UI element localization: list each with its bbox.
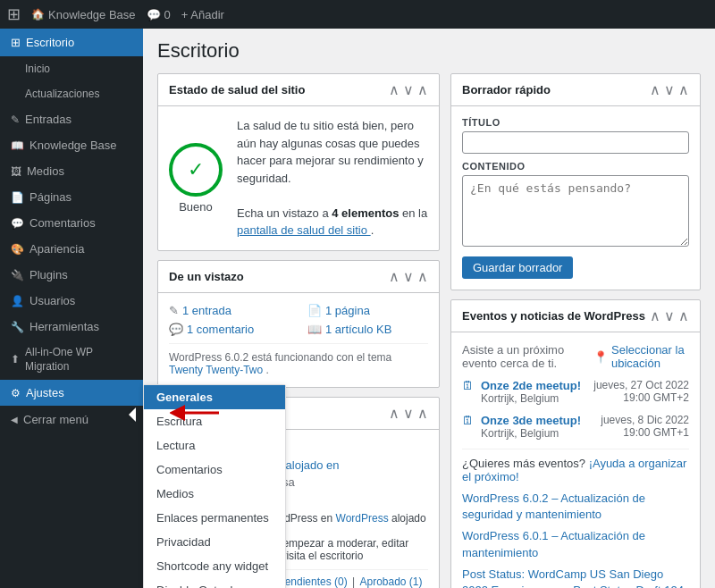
entries-link[interactable]: 1 entrada xyxy=(182,304,231,317)
news-item-1: WordPress 6.0.2 – Actualización de segur… xyxy=(462,491,689,523)
quick-draft-widget: Borrador rápido ∧ ∨ ∧ Título Contenido xyxy=(450,73,701,290)
glance-close-icon[interactable]: ∧ xyxy=(417,268,428,285)
sidebar-item-herramientas[interactable]: 🔧 Herramientas xyxy=(0,314,143,340)
draft-close-icon[interactable]: ∧ xyxy=(678,81,689,98)
news-item-2: WordPress 6.0.1 – Actualización de mante… xyxy=(462,528,689,560)
activity-expand-icon[interactable]: ∨ xyxy=(403,405,414,422)
draft-expand-icon[interactable]: ∨ xyxy=(664,81,675,98)
comment-icon: 💬 xyxy=(169,323,183,336)
event1-name-link[interactable]: Onze 2de meetup! xyxy=(481,379,581,392)
news-link-2[interactable]: WordPress 6.0.1 – Actualización de mante… xyxy=(462,528,689,560)
sidebar-item-ajustes[interactable]: ⚙ Ajustes xyxy=(0,380,143,406)
collapse-icon[interactable]: ∧ xyxy=(389,81,400,98)
add-new-bar[interactable]: + Añadir xyxy=(181,8,224,21)
event-item-2: 🗓 Onze 3de meetup! Kortrijk, Belgium jue… xyxy=(462,414,689,440)
filter-aprobado[interactable]: Aprobado (1) xyxy=(359,575,422,588)
kb-glance-icon: 📖 xyxy=(307,323,322,336)
sidebar-item-inicio[interactable]: Inicio xyxy=(0,56,143,81)
migration-icon: ⬆ xyxy=(11,353,20,367)
select-location-link[interactable]: Seleccionar la ubicación xyxy=(611,343,689,370)
escritorio-icon: ⊞ xyxy=(11,36,21,49)
apariencia-icon: 🎨 xyxy=(11,243,24,256)
bubble-icon: 💬 xyxy=(147,8,161,21)
sidebar-item-usuarios[interactable]: 👤 Usuarios xyxy=(0,288,143,314)
activity-collapse-icon[interactable]: ∧ xyxy=(389,405,400,422)
theme-link[interactable]: Twenty Twenty-Two xyxy=(169,364,263,376)
event2-date: jueves, 8 Dic 2022 19:00 GMT+1 xyxy=(601,414,689,439)
glance-comments: 💬 1 comentario xyxy=(169,323,290,336)
comments-bar-item[interactable]: 💬 0 xyxy=(147,8,171,21)
site-health-title: Estado de salud del sitio xyxy=(169,83,305,97)
close-menu-icon: ◀ xyxy=(11,415,18,424)
paginas-icon: 📄 xyxy=(11,191,24,204)
sidebar-item-escritorio[interactable]: ⊞ Escritorio xyxy=(0,29,143,56)
activity-close-icon[interactable]: ∧ xyxy=(417,405,428,422)
admin-sidebar: ⊞ Escritorio Inicio Actualizaciones ✎ En… xyxy=(0,29,143,588)
sidebar-item-apariencia[interactable]: 🎨 Apariencia xyxy=(0,236,143,262)
medios-icon: 🖼 xyxy=(11,165,21,178)
event1-date: jueves, 27 Oct 2022 19:00 GMT+2 xyxy=(593,379,689,404)
sidebar-item-comentarios[interactable]: 💬 Comentarios xyxy=(0,210,143,236)
comment-author-link[interactable]: WordPress xyxy=(336,512,389,525)
glance-pages: 📄 1 página xyxy=(307,304,428,317)
site-name-link[interactable]: 🏠 Knowledge Base xyxy=(31,8,136,21)
entry-icon: ✎ xyxy=(169,304,179,317)
news-item-3: Post Status: WordCamp US San Diego 2022 … xyxy=(462,567,689,588)
sidebar-item-entradas[interactable]: ✎ Entradas xyxy=(0,106,143,132)
sidebar-item-actualizaciones[interactable]: Actualizaciones xyxy=(0,81,143,106)
filter-pendientes[interactable]: Pendientes (0) xyxy=(278,575,348,588)
submenu-arrow xyxy=(129,407,136,422)
draft-title-input[interactable] xyxy=(462,131,689,154)
page-title: Escritorio xyxy=(157,39,701,63)
event-item-1: 🗓 Onze 2de meetup! Kortrijk, Belgium jue… xyxy=(462,379,689,405)
kb-link[interactable]: 1 artículo KB xyxy=(325,323,391,336)
glance-expand-icon[interactable]: ∨ xyxy=(403,268,414,285)
sidebar-item-medios[interactable]: 🖼 Medios xyxy=(0,158,143,184)
pages-link[interactable]: 1 página xyxy=(325,304,370,317)
news-link-3[interactable]: Post Status: WordCamp US San Diego 2022 … xyxy=(462,567,689,588)
kb-icon: 📖 xyxy=(11,139,24,152)
site-health-widget: Estado de salud del sitio ∧ ∨ ∧ ✓ Bueno xyxy=(157,73,440,251)
event2-location: Kortrijk, Belgium xyxy=(481,427,593,440)
health-label: Bueno xyxy=(169,200,223,214)
comments-link[interactable]: 1 comentario xyxy=(187,323,254,336)
glance-widget: De un vistazo ∧ ∨ ∧ ✎ 1 entrada xyxy=(157,260,440,388)
location-pin-icon: 📍 xyxy=(593,350,608,364)
comentarios-icon: 💬 xyxy=(11,217,24,230)
draft-collapse-icon[interactable]: ∧ xyxy=(650,81,660,98)
glance-kb: 📖 1 artículo KB xyxy=(307,323,428,336)
draft-content-input[interactable] xyxy=(462,175,689,247)
sidebar-item-paginas[interactable]: 📄 Páginas xyxy=(0,184,143,210)
events-more-text: ¿Quieres más eventos? ¡Ayuda a organizar… xyxy=(462,457,689,483)
sidebar-item-plugins[interactable]: 🔌 Plugins xyxy=(0,262,143,288)
events-collapse-icon[interactable]: ∧ xyxy=(650,307,660,324)
quick-draft-title: Borrador rápido xyxy=(462,83,551,97)
plugins-icon: 🔌 xyxy=(11,269,24,281)
page-icon: 📄 xyxy=(307,304,322,317)
wp-logo-icon[interactable]: ⊞ xyxy=(7,4,21,24)
save-draft-button[interactable]: Guardar borrador xyxy=(462,256,573,279)
glance-collapse-icon[interactable]: ∧ xyxy=(389,268,400,285)
events-location-bar: Asiste a un próximo evento cerca de ti. … xyxy=(462,343,689,370)
draft-content-label: Contenido xyxy=(462,161,689,172)
draft-title-label: Título xyxy=(462,117,689,128)
events-close-icon[interactable]: ∧ xyxy=(678,307,689,324)
close-menu-button[interactable]: ◀ Cerrar menú xyxy=(0,406,143,433)
events-expand-icon[interactable]: ∨ xyxy=(664,307,675,324)
event2-name-link[interactable]: Onze 3de meetup! xyxy=(481,414,581,427)
events-title: Eventos y noticias de WordPress xyxy=(462,309,645,323)
expand-icon[interactable]: ∨ xyxy=(403,81,414,98)
close-widget-icon[interactable]: ∧ xyxy=(417,81,428,98)
sidebar-item-knowledge-base[interactable]: 📖 Knowledge Base xyxy=(0,132,143,158)
health-description: La salud de tu sitio está bien, pero aún… xyxy=(237,117,428,239)
events-widget: Eventos y noticias de WordPress ∧ ∨ ∧ As… xyxy=(450,299,701,588)
event2-icon: 🗓 xyxy=(462,414,474,427)
event1-icon: 🗓 xyxy=(462,379,474,392)
sidebar-item-all-in-one[interactable]: ⬆ All-in-One WP Migration xyxy=(0,340,143,380)
ajustes-icon: ⚙ xyxy=(11,387,21,399)
site-health-link[interactable]: pantalla de salud del sitio xyxy=(237,223,371,237)
glance-entries: ✎ 1 entrada xyxy=(169,304,290,317)
health-circle: ✓ xyxy=(169,143,223,197)
news-link-1[interactable]: WordPress 6.0.2 – Actualización de segur… xyxy=(462,491,689,523)
herramientas-icon: 🔧 xyxy=(11,321,24,333)
